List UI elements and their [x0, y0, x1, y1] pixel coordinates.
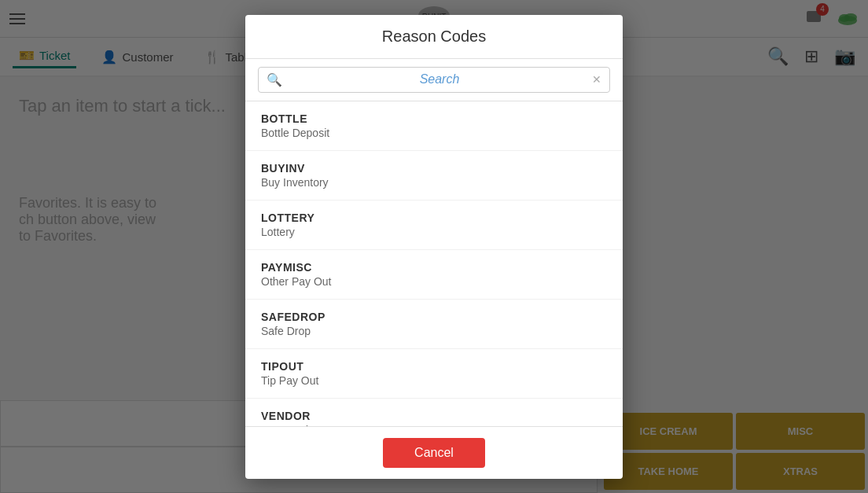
modal-footer: Cancel — [245, 426, 623, 479]
reason-name-label: Tip Pay Out — [261, 374, 607, 387]
reason-item[interactable]: PAYMISC Other Pay Out — [245, 250, 623, 300]
clear-search-icon[interactable]: ✕ — [592, 73, 601, 86]
reason-code-label: BUYINV — [261, 162, 607, 175]
reason-codes-modal: Reason Codes 🔍 ✕ BOTTLE Bottle Deposit B… — [245, 15, 623, 479]
reason-codes-list: BOTTLE Bottle Deposit BUYINV Buy Invento… — [245, 101, 623, 426]
reason-code-label: LOTTERY — [261, 212, 607, 224]
search-input[interactable] — [287, 72, 592, 86]
modal-search-area: 🔍 ✕ — [245, 59, 623, 101]
reason-item[interactable]: BOTTLE Bottle Deposit — [245, 101, 623, 151]
reason-item[interactable]: TIPOUT Tip Pay Out — [245, 349, 623, 399]
reason-name-label: Lottery — [261, 226, 607, 238]
search-field-icon: 🔍 — [267, 72, 282, 87]
reason-code-label: TIPOUT — [261, 360, 607, 373]
reason-item[interactable]: SAFEDROP Safe Drop — [245, 300, 623, 349]
reason-name-label: Other Pay Out — [261, 275, 607, 288]
modal-title: Reason Codes — [261, 28, 607, 46]
reason-item[interactable]: LOTTERY Lottery — [245, 201, 623, 250]
reason-name-label: Buy Inventory — [261, 176, 607, 189]
reason-name-label: Safe Drop — [261, 325, 607, 337]
modal-header: Reason Codes — [245, 15, 623, 59]
reason-item[interactable]: BUYINV Buy Inventory — [245, 151, 623, 201]
cancel-button[interactable]: Cancel — [383, 438, 485, 468]
reason-code-label: PAYMISC — [261, 261, 607, 274]
modal-overlay: Reason Codes 🔍 ✕ BOTTLE Bottle Deposit B… — [0, 0, 868, 493]
reason-item[interactable]: VENDOR Pay Vendor — [245, 399, 623, 426]
reason-name-label: Bottle Deposit — [261, 127, 607, 139]
reason-code-label: SAFEDROP — [261, 311, 607, 323]
reason-code-label: VENDOR — [261, 410, 607, 422]
reason-code-label: BOTTLE — [261, 112, 607, 125]
